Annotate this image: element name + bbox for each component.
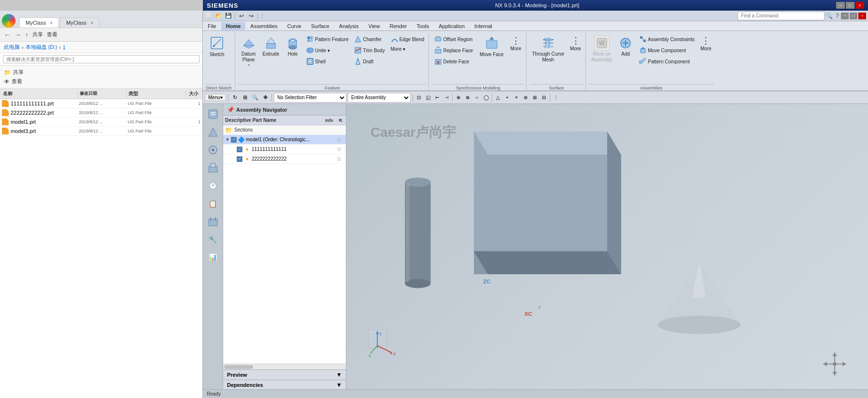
feature-more-button[interactable]: More ▾ — [388, 45, 427, 53]
checkbox-part1[interactable]: ✓ — [237, 147, 242, 152]
tree-model1-row[interactable]: ▼ ✓ 🔷 model1 (Order: Chronologic... ⊡ — [223, 135, 346, 145]
nav-col-info[interactable]: Info — [323, 118, 336, 123]
menu-render[interactable]: Render — [384, 22, 412, 30]
menu-assemblies[interactable]: Assemblies — [245, 22, 282, 30]
file-list-item[interactable]: model3.prt 2019/8/12 ... UG Part File — [0, 127, 202, 136]
cmd-snap5[interactable]: ⊞ — [531, 94, 539, 102]
fm-back-btn[interactable]: ← — [4, 31, 11, 39]
cmd-select1[interactable]: ⊡ — [415, 94, 423, 102]
replace-face-button[interactable]: Replace Face — [432, 45, 475, 56]
sidebar-icon-8[interactable]: 🔧 — [205, 231, 221, 248]
menu-file[interactable]: File — [203, 22, 221, 30]
through-curve-mesh-button[interactable]: Through CurveMesh — [529, 33, 567, 65]
preview-toggle[interactable]: ▼ — [336, 371, 342, 378]
delete-face-button[interactable]: Delete Face — [432, 56, 475, 67]
cmd-snap2[interactable]: + — [503, 94, 511, 102]
cmd-snap3[interactable]: × — [512, 94, 520, 102]
cmd-pan[interactable]: ✥ — [261, 93, 270, 102]
chamfer-button[interactable]: Chamfer — [352, 34, 387, 44]
close-btn[interactable]: × — [855, 2, 864, 9]
fm-forward-btn[interactable]: → — [14, 31, 21, 39]
qa-open[interactable]: 📂 — [214, 12, 223, 20]
nx-max2[interactable]: □ — [850, 13, 857, 19]
nx-viewport[interactable]: Caesar卢尚宇 — [346, 104, 868, 389]
maximize-btn[interactable]: □ — [846, 2, 854, 9]
menu-analysis[interactable]: Analysis — [334, 22, 364, 30]
sketch-button[interactable]: Sketch — [206, 33, 228, 59]
tree-part2-row[interactable]: ✓ 🔸 2222222222222 ⊡ — [223, 154, 346, 164]
minimize-btn[interactable]: ─ — [836, 2, 845, 9]
nav-col-ref[interactable]: R. — [336, 118, 346, 123]
nx-close2[interactable]: × — [858, 13, 866, 19]
sidebar-icon-2[interactable] — [205, 124, 221, 140]
cmd-zoom[interactable]: 🔍 — [251, 93, 259, 102]
menu-button[interactable]: Menu▾ — [205, 94, 226, 101]
qa-redo[interactable]: ↪ — [247, 12, 256, 20]
cmd-select2[interactable]: ◱ — [424, 94, 432, 102]
nav-view[interactable]: 👁 查看 — [4, 77, 199, 86]
tab-2[interactable]: MyClass × — [60, 17, 100, 28]
menu-tools[interactable]: Tools — [412, 22, 434, 30]
cmd-snap4[interactable]: ⊛ — [522, 94, 529, 102]
cmd-rotate[interactable]: ↻ — [230, 93, 239, 102]
sidebar-icon-6[interactable]: 📋 — [205, 195, 221, 212]
draft-button[interactable]: Draft — [352, 56, 387, 67]
cmd-view2[interactable]: ⊗ — [464, 94, 471, 102]
fm-share-btn[interactable]: 共享 — [32, 31, 43, 38]
sidebar-icon-9[interactable]: 📊 — [205, 249, 221, 265]
sidebar-icon-3[interactable] — [205, 142, 221, 158]
dependencies-header[interactable]: Dependencies ▼ — [223, 380, 346, 389]
qa-undo[interactable]: ↩ — [237, 12, 246, 20]
cmd-snap7[interactable]: ⋮ — [552, 94, 560, 102]
qa-more1[interactable]: ⋮ — [260, 13, 265, 18]
search-input[interactable] — [3, 55, 199, 63]
fm-view-btn[interactable]: 查看 — [47, 31, 57, 38]
sidebar-icon-1[interactable] — [205, 106, 221, 122]
pattern-feature-button[interactable]: Pattern Feature — [304, 34, 351, 44]
file-list-item[interactable]: 111111111111.prt 2019/8/12 ... UG Part F… — [0, 99, 202, 108]
cmd-view4[interactable]: ◯ — [482, 94, 490, 102]
file-list-item[interactable]: model1.prt 2019/8/12 ... UG Part File 1 — [0, 118, 202, 127]
cmd-fit[interactable]: ⊞ — [241, 93, 249, 102]
menu-view[interactable]: View — [364, 22, 385, 30]
menu-home[interactable]: Home — [221, 22, 246, 30]
preview-header[interactable]: Preview ▼ — [223, 370, 346, 380]
cmd-select3[interactable]: ⊢ — [433, 94, 441, 102]
assembly-select[interactable]: Entire Assembly — [348, 93, 411, 103]
nx-min2[interactable]: ─ — [841, 13, 849, 19]
extrude-button[interactable]: Extrude — [260, 33, 282, 59]
close-tab1[interactable]: × — [50, 20, 53, 26]
nx-help-icon[interactable]: ? — [836, 13, 839, 19]
qa-new[interactable]: ⬜ — [205, 12, 213, 20]
edge-blend-button[interactable]: Edge Blend — [388, 34, 427, 44]
sidebar-icon-4[interactable] — [205, 160, 221, 176]
dependencies-toggle[interactable]: ▼ — [336, 382, 342, 388]
shell-button[interactable]: Shell — [304, 56, 351, 67]
menu-internal[interactable]: Internal — [470, 22, 497, 30]
qa-save[interactable]: 💾 — [224, 12, 233, 20]
nav-col-name[interactable]: Descriptive Part Name — [223, 118, 323, 123]
menu-curve[interactable]: Curve — [283, 22, 306, 30]
search-icon[interactable]: 🔍 — [825, 13, 833, 19]
file-list-item[interactable]: 222222222222.prt 2019/8/12 ... UG Part F… — [0, 108, 202, 118]
menu-application[interactable]: Application — [434, 22, 470, 30]
trim-body-button[interactable]: Trim Body — [352, 45, 387, 56]
work-on-assembly-button[interactable]: W Work onAssembly — [589, 33, 614, 65]
cmd-view1[interactable]: ⊕ — [455, 94, 462, 102]
checkbox-part2[interactable]: ✓ — [237, 156, 242, 162]
sidebar-icon-7[interactable] — [205, 213, 221, 230]
nav-shared[interactable]: 📁 共享 — [4, 68, 199, 77]
col-name[interactable]: 名称 — [2, 90, 78, 97]
cmd-select4[interactable]: ⊣ — [442, 94, 450, 102]
nx-search-input[interactable] — [738, 12, 825, 20]
asm-more-button[interactable]: ⋮ More — [698, 33, 714, 54]
hole-button[interactable]: Hole — [283, 33, 303, 59]
offset-region-button[interactable]: Offset Region — [432, 34, 475, 44]
add-button[interactable]: Add — [615, 33, 636, 59]
surface-more-button[interactable]: ⋮ More — [568, 33, 583, 54]
sync-more-button[interactable]: ⋮ More — [508, 33, 524, 54]
selection-filter-select[interactable]: No Selection Filter — [274, 93, 346, 103]
nav-pin-icon[interactable]: 📌 — [227, 106, 234, 113]
sidebar-icon-5[interactable]: 🕐 — [205, 177, 221, 194]
tab-1[interactable]: MyClass × — [19, 17, 59, 28]
